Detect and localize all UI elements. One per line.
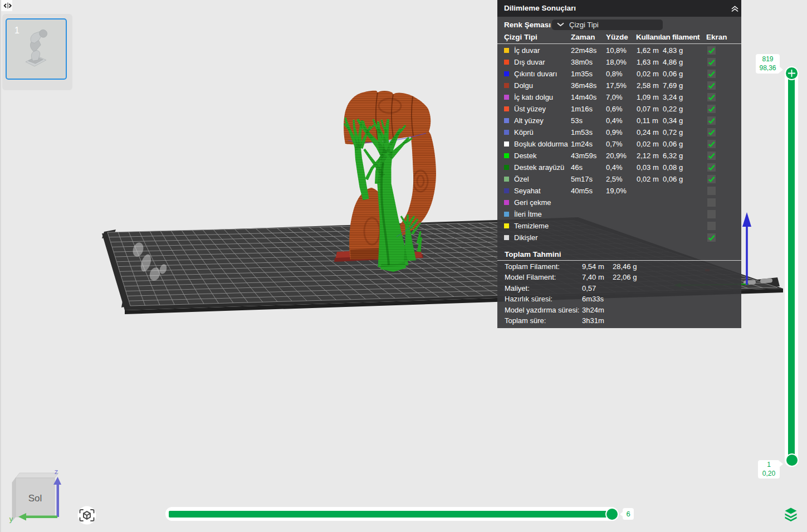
svg-text:Sol: Sol (28, 493, 42, 504)
svg-text:z: z (55, 467, 58, 476)
svg-text:y: y (9, 515, 13, 523)
